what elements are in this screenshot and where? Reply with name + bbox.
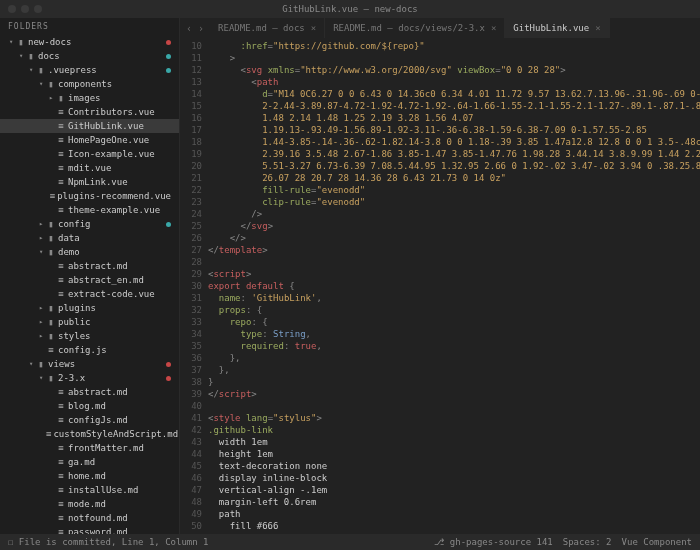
tab[interactable]: README.md — docs× <box>210 18 325 38</box>
code-line[interactable]: text-decoration none <box>208 460 700 472</box>
tree-folder[interactable]: ▸▮styles <box>0 329 179 343</box>
tree-folder[interactable]: ▾▮2-3.x <box>0 371 179 385</box>
code-line[interactable] <box>208 400 700 412</box>
tree-folder[interactable]: ▸▮config <box>0 217 179 231</box>
tree-file[interactable]: ≡abstract.md <box>0 259 179 273</box>
close-icon[interactable] <box>8 5 16 13</box>
tree-file[interactable]: ≡HomePageOne.vue <box>0 133 179 147</box>
code-line[interactable]: required: true, <box>208 340 700 352</box>
file-tree[interactable]: ▾▮new-docs▾▮docs▾▮.vuepress▾▮components▸… <box>0 35 179 534</box>
tree-file[interactable]: ≡password.md <box>0 525 179 534</box>
code-line[interactable]: :href="https://github.com/${repo}" <box>208 40 700 52</box>
tree-file[interactable]: ≡GitHubLink.vue <box>0 119 179 133</box>
tree-file[interactable]: ≡home.md <box>0 469 179 483</box>
tree-folder[interactable]: ▾▮new-docs <box>0 35 179 49</box>
close-icon[interactable]: × <box>595 23 600 33</box>
nav-forward-icon[interactable]: › <box>198 23 204 34</box>
code-line[interactable]: export default { <box>208 280 700 292</box>
code-line[interactable]: props: { <box>208 304 700 316</box>
minimize-icon[interactable] <box>21 5 29 13</box>
tree-file[interactable]: ≡theme-example.vue <box>0 203 179 217</box>
code-line[interactable]: <style lang="stylus"> <box>208 412 700 424</box>
code-line[interactable]: }, <box>208 364 700 376</box>
code-line[interactable]: .github-link <box>208 424 700 436</box>
tree-file[interactable]: ≡NpmLink.vue <box>0 175 179 189</box>
tree-file[interactable]: ≡mdit.vue <box>0 161 179 175</box>
code-lines[interactable]: :href="https://github.com/${repo}" > <sv… <box>208 38 700 534</box>
code-line[interactable]: width 1em <box>208 436 700 448</box>
close-icon[interactable]: × <box>311 23 316 33</box>
tab[interactable]: README.md — docs/views/2-3.x× <box>325 18 505 38</box>
tree-folder[interactable]: ▾▮views <box>0 357 179 371</box>
tree-folder[interactable]: ▾▮demo <box>0 245 179 259</box>
tree-file[interactable]: ≡frontMatter.md <box>0 441 179 455</box>
status-branch[interactable]: ⎇ gh-pages-source 141 <box>434 537 552 547</box>
tree-file[interactable]: ≡Icon-example.vue <box>0 147 179 161</box>
tree-file[interactable]: ≡extract-code.vue <box>0 287 179 301</box>
tree-file[interactable]: ≡customStyleAndScript.md <box>0 427 179 441</box>
status-lang[interactable]: Vue Component <box>622 537 692 547</box>
code-line[interactable]: 1.44-3.85-.14-.36-.62-1.82.14-3.8 0 0 1.… <box>208 136 700 148</box>
tree-file[interactable]: ≡blog.md <box>0 399 179 413</box>
code-line[interactable] <box>208 256 700 268</box>
code-line[interactable]: vertical-align -.1em <box>208 484 700 496</box>
code-line[interactable]: 2.39.16 3.5.48 2.67-1.86 3.85-1.47 3.85-… <box>208 148 700 160</box>
code-line[interactable]: > <box>208 52 700 64</box>
tree-file[interactable]: ≡configJs.md <box>0 413 179 427</box>
code-line[interactable]: path <box>208 508 700 520</box>
code-line[interactable]: type: String, <box>208 328 700 340</box>
code-line[interactable]: display inline-block <box>208 472 700 484</box>
tree-file[interactable]: ≡installUse.md <box>0 483 179 497</box>
code-line[interactable]: </script> <box>208 388 700 400</box>
tree-file[interactable]: ≡config.js <box>0 343 179 357</box>
status-spaces[interactable]: Spaces: 2 <box>563 537 612 547</box>
zoom-icon[interactable] <box>34 5 42 13</box>
code-line[interactable]: /> <box>208 208 700 220</box>
code-line[interactable]: 2-2.44-3.89.87-4.72-1.92-4.72-1.92-.64-1… <box>208 100 700 112</box>
code-line[interactable]: </svg> <box>208 220 700 232</box>
tab[interactable]: GitHubLink.vue× <box>505 18 609 38</box>
code-line[interactable]: 1.48 2.14 1.48 1.25 2.19 3.28 1.56 4.07 <box>208 112 700 124</box>
code-line[interactable]: <path <box>208 76 700 88</box>
window-controls[interactable] <box>8 5 42 13</box>
code-line[interactable]: <script> <box>208 268 700 280</box>
tree-label: GitHubLink.vue <box>68 121 144 131</box>
sidebar: FOLDERS ▾▮new-docs▾▮docs▾▮.vuepress▾▮com… <box>0 18 180 534</box>
code-line[interactable]: fill #666 <box>208 520 700 532</box>
code-line[interactable]: transition 0.3s ease <box>208 532 700 534</box>
code-line[interactable]: </> <box>208 232 700 244</box>
code-line[interactable]: name: 'GitHubLink', <box>208 292 700 304</box>
tree-file[interactable]: ≡abstract_en.md <box>0 273 179 287</box>
code-line[interactable]: 1.19.13-.93.49-1.56.89-1.92-3.11-.36-6.3… <box>208 124 700 136</box>
tree-folder[interactable]: ▾▮.vuepress <box>0 63 179 77</box>
folder-icon: ▮ <box>36 359 46 369</box>
code-line[interactable]: fill-rule="evenodd" <box>208 184 700 196</box>
code-line[interactable]: height 1em <box>208 448 700 460</box>
tree-file[interactable]: ≡ga.md <box>0 455 179 469</box>
code-line[interactable]: <svg xmlns="http://www.w3.org/2000/svg" … <box>208 64 700 76</box>
code-line[interactable]: } <box>208 376 700 388</box>
code-line[interactable]: 5.51-3.27 6.73-6.39 7.08.5.44.95 1.32.95… <box>208 160 700 172</box>
tree-folder[interactable]: ▸▮images <box>0 91 179 105</box>
line-number: 36 <box>180 352 202 364</box>
tree-file[interactable]: ≡notfound.md <box>0 511 179 525</box>
code-line[interactable]: </template> <box>208 244 700 256</box>
code-line[interactable]: }, <box>208 352 700 364</box>
code-line[interactable]: 26.07 28 20.7 28 14.36 28 6.43 21.73 0 1… <box>208 172 700 184</box>
tree-folder[interactable]: ▸▮public <box>0 315 179 329</box>
tree-file[interactable]: ≡mode.md <box>0 497 179 511</box>
tree-folder[interactable]: ▸▮data <box>0 231 179 245</box>
tree-folder[interactable]: ▸▮plugins <box>0 301 179 315</box>
code-area[interactable]: 1011121314151617181920212223242526272829… <box>180 38 700 534</box>
code-line[interactable]: margin-left 0.6rem <box>208 496 700 508</box>
tree-file[interactable]: ≡abstract.md <box>0 385 179 399</box>
tree-folder[interactable]: ▾▮docs <box>0 49 179 63</box>
code-line[interactable]: d="M14 0C6.27 0 0 6.43 0 14.36c0 6.34 4.… <box>208 88 700 100</box>
nav-back-icon[interactable]: ‹ <box>186 23 192 34</box>
code-line[interactable]: repo: { <box>208 316 700 328</box>
tree-folder[interactable]: ▾▮components <box>0 77 179 91</box>
tree-file[interactable]: ≡plugins-recommend.vue <box>0 189 179 203</box>
code-line[interactable]: clip-rule="evenodd" <box>208 196 700 208</box>
close-icon[interactable]: × <box>491 23 496 33</box>
tree-file[interactable]: ≡Contributors.vue <box>0 105 179 119</box>
